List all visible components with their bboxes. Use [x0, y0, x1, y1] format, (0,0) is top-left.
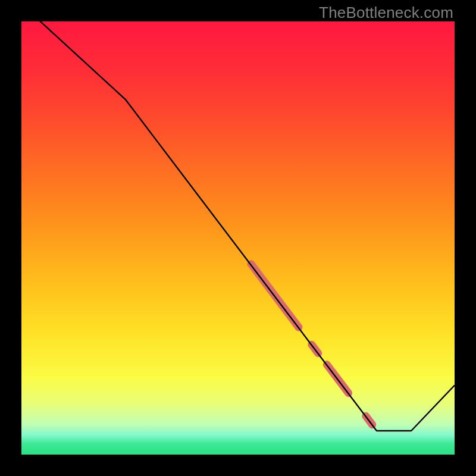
plot-area — [21, 21, 455, 455]
watermark-label: TheBottleneck.com — [319, 4, 453, 22]
chart-frame: TheBottleneck.com — [0, 0, 476, 476]
bottleneck-curve — [21, 21, 455, 431]
curve-layer — [21, 21, 455, 455]
